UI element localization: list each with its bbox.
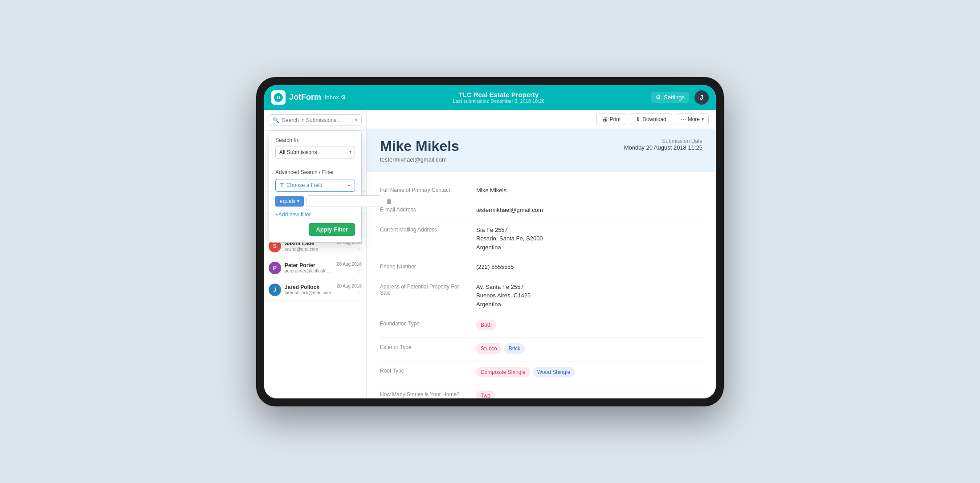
submitter-email-list: peterporter@outlook.com <box>285 268 333 273</box>
list-item[interactable]: J Jared Pollock jaredpollock@mac.com 20 … <box>264 279 366 301</box>
submission-date-list: 20 Aug 2018 <box>337 262 362 267</box>
print-label: Print <box>610 116 621 122</box>
field-value: StuccoBrick <box>476 343 702 356</box>
submitter-info: Mike Mikels testermikhael@gmail.com <box>380 138 459 163</box>
field-row: E-mail Address testermikhael@gmail.com <box>380 200 702 220</box>
form-fields: Full Name of Primary Contact Mike Mikels… <box>367 172 716 398</box>
logo-text: JotForm <box>289 93 321 102</box>
more-button[interactable]: ⋯ More ▾ <box>676 114 709 125</box>
field-label: How Many Stories is Your Home? <box>380 390 469 398</box>
add-filter-link[interactable]: +Add new filter <box>275 211 355 218</box>
search-in-label: Search In: <box>275 137 355 143</box>
search-in-select[interactable]: All Submissions Current Submission <box>275 146 355 158</box>
submission-date-label: Submission Date <box>624 138 702 144</box>
settings-gear-icon: ⚙ <box>656 94 661 101</box>
logo-area: JotForm <box>271 90 321 105</box>
more-label: More <box>688 116 700 122</box>
star-icon[interactable]: ☆ <box>357 290 362 296</box>
submitter-avatar: P <box>269 262 281 274</box>
operator-chevron-icon: ▾ <box>297 199 299 203</box>
detail-header: Mike Mikels testermikhael@gmail.com Subm… <box>367 129 716 172</box>
field-row: Foundation Type Both <box>380 314 702 338</box>
equals-operator-button[interactable]: equals ▾ <box>275 196 304 207</box>
field-value: Two <box>476 390 702 398</box>
submission-date-block: Submission Date Monday 20 August 2018 11… <box>624 138 702 151</box>
field-row: How Many Stories is Your Home? Two <box>380 385 702 398</box>
download-icon: ⬇ <box>636 116 640 122</box>
star-icon[interactable]: ☆ <box>357 268 362 274</box>
download-label: Download <box>642 116 666 122</box>
search-input[interactable] <box>282 117 352 123</box>
more-dots-icon: ⋯ <box>681 116 686 122</box>
detail-panel: 🖨 Print ⬇ Download ⋯ More ▾ <box>367 110 716 398</box>
center-title: TLC Real Estate Property Last submission… <box>346 91 651 104</box>
field-label: Current Mailing Address <box>380 226 469 252</box>
search-bar-area: 🔍 ▾ Search In: All Submissions Current S… <box>264 110 366 131</box>
topbar: JotForm Inbox ⚙ TLC Real Estate Property… <box>264 85 716 110</box>
search-chevron-icon[interactable]: ▾ <box>355 117 358 123</box>
search-input-wrapper: 🔍 ▾ <box>269 114 362 126</box>
choose-field-label: Choose a Field <box>286 182 345 188</box>
submitter-name-list: Peter Porter <box>285 262 333 268</box>
device-frame: JotForm Inbox ⚙ TLC Real Estate Property… <box>256 77 724 406</box>
list-item[interactable]: P Peter Porter peterporter@outlook.com 2… <box>264 257 366 279</box>
field-value: Sta Fe 2557Rosario, Santa Fe, S2000Argen… <box>476 226 702 252</box>
field-label: Exterior Type <box>380 343 469 356</box>
main-content: 🔍 ▾ Search In: All Submissions Current S… <box>264 110 716 398</box>
field-row: Address of Potential Property For Sale A… <box>380 277 702 315</box>
field-row: Full Name of Primary Contact Mike Mikels <box>380 181 702 201</box>
submitter-avatar: J <box>269 284 281 296</box>
print-icon: 🖨 <box>602 116 608 122</box>
submitter-email: testermikhael@gmail.com <box>380 156 459 163</box>
tag: Two <box>476 390 495 398</box>
field-label: Foundation Type <box>380 320 469 332</box>
filter-value-input[interactable] <box>306 195 381 207</box>
field-chooser[interactable]: T Choose a Field ▾ <box>275 179 355 192</box>
field-label: Full Name of Primary Contact <box>380 186 469 195</box>
settings-button[interactable]: ⚙ Settings <box>651 92 689 103</box>
submission-meta: 20 Aug 2018 ☆ <box>337 284 362 296</box>
star-icon[interactable]: ☆ <box>357 246 362 252</box>
t-icon: T <box>280 182 284 189</box>
tag: Wood Shingle <box>533 367 575 377</box>
field-row: Current Mailing Address Sta Fe 2557Rosar… <box>380 220 702 258</box>
filter-row: equals ▾ 🗑 <box>275 195 355 207</box>
equals-label: equals <box>280 198 295 204</box>
field-value: Both <box>476 320 702 332</box>
apply-filter-button[interactable]: Apply Filter <box>309 223 355 236</box>
search-dropdown: Search In: All Submissions Current Submi… <box>269 130 362 243</box>
field-label: Roof Type <box>380 367 469 379</box>
inbox-settings-icon: ⚙ <box>341 94 346 101</box>
field-value: (222) 5555555 <box>476 263 702 272</box>
settings-label: Settings <box>664 94 685 101</box>
search-icon: 🔍 <box>273 117 279 123</box>
field-row: Exterior Type StuccoBrick <box>380 338 702 361</box>
field-value: Av. Santa Fe 2557Buenos Aires, C1425Arge… <box>476 283 702 309</box>
adv-filter-label: Advanced Search / Filter <box>275 169 355 175</box>
last-submission-info: Last submission: December 3, 2018 10:26 <box>346 98 651 104</box>
avatar-initial: J <box>700 94 703 101</box>
print-button[interactable]: 🖨 Print <box>596 114 627 125</box>
field-row: Phone Number (222) 5555555 <box>380 257 702 277</box>
field-label: E-mail Address <box>380 206 469 215</box>
field-value: Composite ShingleWood Shingle <box>476 367 702 379</box>
detail-content: Mike Mikels testermikhael@gmail.com Subm… <box>367 129 716 398</box>
field-label: Address of Potential Property For Sale <box>380 283 469 309</box>
field-value: Mike Mikels <box>476 186 702 195</box>
submission-date-list: 20 Aug 2018 <box>337 284 362 288</box>
tag: Stucco <box>476 343 502 354</box>
user-avatar[interactable]: J <box>694 90 709 105</box>
submitter-email-list: sasha@qna.com <box>285 247 333 252</box>
submitter-name-list: Jared Pollock <box>285 284 333 290</box>
sidebar: 🔍 ▾ Search In: All Submissions Current S… <box>264 110 367 398</box>
form-title: TLC Real Estate Property <box>346 91 651 98</box>
delete-filter-button[interactable]: 🗑 <box>384 197 394 206</box>
field-label: Phone Number <box>380 263 469 272</box>
submitter-email-list: jaredpollock@mac.com <box>285 290 333 295</box>
download-button[interactable]: ⬇ Download <box>630 114 672 125</box>
submitter-details: Jared Pollock jaredpollock@mac.com <box>285 284 333 295</box>
submission-date-value: Monday 20 August 2018 11:25 <box>624 144 702 151</box>
field-chooser-chevron-icon: ▾ <box>348 183 350 188</box>
field-row: Roof Type Composite ShingleWood Shingle <box>380 361 702 385</box>
tag: Composite Shingle <box>476 367 530 377</box>
